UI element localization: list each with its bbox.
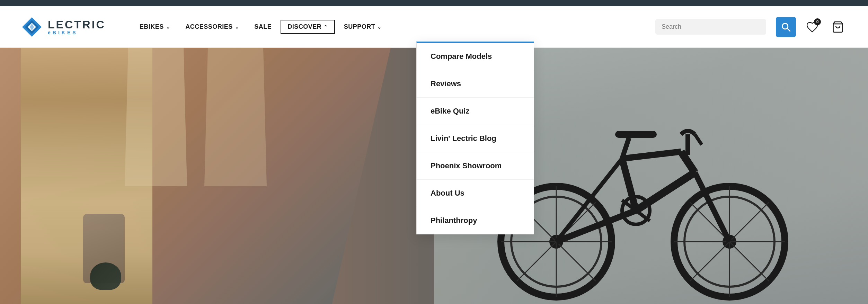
nav-discover[interactable]: DISCOVER ⌃ <box>281 20 335 34</box>
wishlist-badge: 0 <box>814 18 821 25</box>
window-light-1 <box>121 48 191 186</box>
nav-discover-label: DISCOVER <box>287 23 321 30</box>
search-icon <box>781 22 791 32</box>
dropdown-item-philanthropy[interactable]: Philanthropy <box>417 207 534 234</box>
svg-line-33 <box>695 134 702 145</box>
search-input[interactable] <box>662 23 760 30</box>
svg-line-26 <box>622 152 681 159</box>
logo-text: LECTRIC eBIKES <box>48 19 106 35</box>
logo-icon <box>21 16 43 38</box>
ebikes-chevron-icon: ⌄ <box>166 24 170 30</box>
dropdown-item-blog[interactable]: Livin' Lectric Blog <box>417 125 534 152</box>
accessories-chevron-icon: ⌄ <box>235 24 239 30</box>
nav-sale[interactable]: SALE <box>248 20 278 34</box>
svg-rect-31 <box>615 131 657 138</box>
dropdown-item-about-us[interactable]: About Us <box>417 180 534 207</box>
support-chevron-icon: ⌄ <box>377 24 382 30</box>
discover-dropdown-menu: Compare Models Reviews eBike Quiz Livin'… <box>416 42 534 234</box>
nav-support[interactable]: SUPPORT ⌄ <box>338 20 388 34</box>
dropdown-item-compare-models[interactable]: Compare Models <box>417 43 534 70</box>
announcement-bar <box>0 0 868 6</box>
nav-sale-label: SALE <box>254 23 272 30</box>
cart-icon <box>832 21 844 33</box>
dropdown-item-reviews[interactable]: Reviews <box>417 70 534 98</box>
hero-helmet <box>90 262 121 290</box>
cart-button[interactable] <box>829 18 847 36</box>
dropdown-item-phoenix-showroom[interactable]: Phoenix Showroom <box>417 152 534 180</box>
wishlist-button[interactable]: 0 <box>803 18 822 36</box>
window-light-2 <box>201 48 270 186</box>
nav-support-label: SUPPORT <box>344 23 375 30</box>
dropdown-item-ebike-quiz[interactable]: eBike Quiz <box>417 98 534 125</box>
main-navigation: eBIKES ⌄ ACCESSORIES ⌄ SALE DISCOVER ⌃ S… <box>133 17 847 37</box>
nav-accessories[interactable]: ACCESSORIES ⌄ <box>179 20 245 34</box>
logo-lectric-text: LECTRIC <box>48 19 106 30</box>
discover-chevron-icon: ⌃ <box>324 24 328 30</box>
logo-link[interactable]: LECTRIC eBIKES <box>21 16 106 38</box>
search-button[interactable] <box>776 17 796 37</box>
logo-ebikes-text: eBIKES <box>48 30 106 35</box>
nav-ebikes[interactable]: eBIKES ⌄ <box>133 20 177 34</box>
nav-accessories-label: ACCESSORIES <box>185 23 233 30</box>
svg-line-5 <box>787 28 790 31</box>
nav-ebikes-label: eBIKES <box>140 23 164 30</box>
search-box <box>655 19 766 35</box>
search-area: 0 <box>655 17 847 37</box>
